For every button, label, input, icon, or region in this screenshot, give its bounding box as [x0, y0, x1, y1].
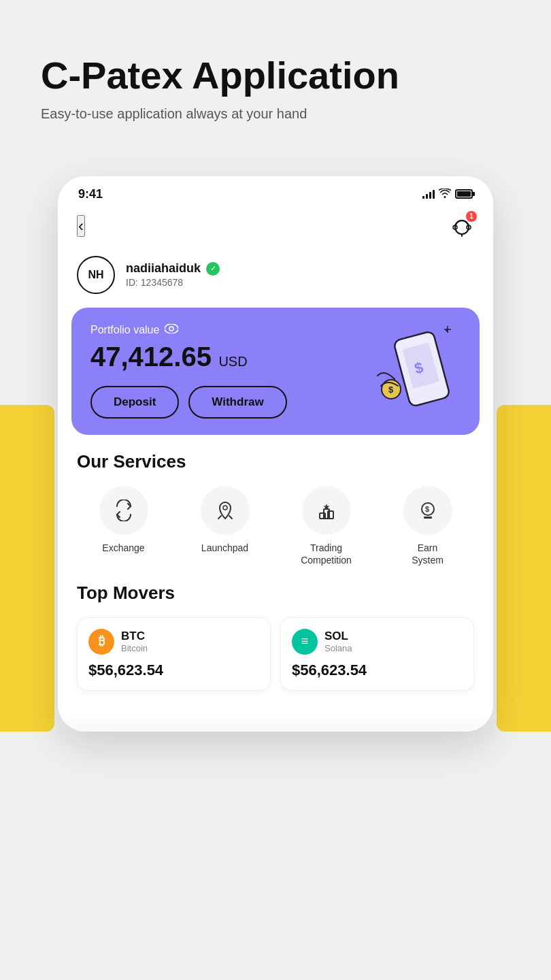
page-header: C-Patex Application Easy-to-use applicat…: [0, 0, 551, 149]
btc-icon: ₿: [88, 629, 114, 655]
exchange-icon-bg: [99, 486, 148, 535]
deposit-button[interactable]: Deposit: [90, 386, 179, 419]
page-title: C-Patex Application: [41, 54, 510, 97]
page-subtitle: Easy-to-use application always at your h…: [41, 106, 510, 122]
btc-symbol: BTC: [121, 630, 148, 643]
service-trading-competition[interactable]: TradingCompetition: [280, 486, 373, 566]
signal-icon: [422, 189, 435, 199]
mover-btc[interactable]: ₿ BTC Bitcoin $56,623.54: [77, 617, 271, 691]
btc-header: ₿ BTC Bitcoin: [88, 629, 259, 655]
yellow-left-panel: [0, 405, 54, 732]
sol-info: SOL Solana: [324, 630, 352, 653]
portfolio-card: Portfolio value 47,412.65 USD Deposit Wi…: [71, 308, 480, 435]
username: nadiiahaiduk: [126, 261, 201, 276]
battery-icon: [455, 189, 473, 199]
earn-icon-bg: $: [403, 486, 452, 535]
btc-name: Bitcoin: [121, 643, 148, 653]
svg-text:$: $: [388, 385, 394, 395]
portfolio-illustration: $ $: [364, 314, 473, 423]
exchange-label: Exchange: [102, 542, 144, 554]
services-section: Our Services Exchange: [58, 451, 493, 583]
movers-section: Top Movers ₿ BTC Bitcoin $56,623.54 ≡: [58, 583, 493, 711]
svg-point-10: [223, 506, 227, 510]
wifi-icon: [439, 189, 451, 200]
svg-point-4: [169, 327, 173, 331]
verified-icon: ✓: [206, 262, 220, 276]
user-info: nadiiahaiduk ✓ ID: 12345678: [126, 261, 220, 288]
withdraw-button[interactable]: Withdraw: [188, 386, 286, 419]
svg-rect-17: [424, 517, 432, 519]
services-grid: Exchange Launchpad: [77, 486, 474, 566]
btc-price: $56,623.54: [88, 662, 259, 679]
portfolio-amount: 47,412.65: [90, 342, 212, 372]
avatar: NH: [77, 256, 115, 294]
notification-badge: 1: [466, 211, 477, 222]
phone-mockup: 9:41 ‹: [58, 176, 493, 732]
movers-title: Top Movers: [77, 583, 474, 604]
status-time: 9:41: [78, 187, 103, 201]
sol-icon: ≡: [292, 629, 318, 655]
sol-price: $56,623.54: [292, 662, 463, 679]
trading-competition-label: TradingCompetition: [301, 542, 352, 566]
status-icons: [422, 189, 473, 200]
user-section: NH nadiiahaiduk ✓ ID: 12345678: [58, 249, 493, 308]
username-row: nadiiahaiduk ✓: [126, 261, 220, 276]
service-launchpad[interactable]: Launchpad: [178, 486, 271, 566]
trading-icon-bg: [302, 486, 351, 535]
back-button[interactable]: ‹: [77, 215, 85, 237]
sol-symbol: SOL: [324, 630, 352, 643]
earn-system-label: EarnSystem: [412, 542, 444, 566]
launchpad-label: Launchpad: [201, 542, 248, 554]
btc-info: BTC Bitcoin: [121, 630, 148, 653]
movers-grid: ₿ BTC Bitcoin $56,623.54 ≡ SOL Solana: [77, 617, 474, 691]
phone-bottom: [58, 711, 493, 732]
support-button[interactable]: 1: [450, 214, 474, 238]
eye-icon[interactable]: [165, 324, 178, 336]
nav-bar: ‹ 1: [58, 208, 493, 249]
service-exchange[interactable]: Exchange: [77, 486, 170, 566]
sol-name: Solana: [324, 643, 352, 653]
user-id: ID: 12345678: [126, 277, 220, 288]
sol-header: ≡ SOL Solana: [292, 629, 463, 655]
launchpad-icon-bg: [201, 486, 250, 535]
mover-sol[interactable]: ≡ SOL Solana $56,623.54: [280, 617, 474, 691]
portfolio-currency: USD: [218, 354, 247, 369]
service-earn-system[interactable]: $ EarnSystem: [381, 486, 474, 566]
yellow-right-panel: [497, 405, 551, 732]
services-title: Our Services: [77, 451, 474, 472]
status-bar: 9:41: [58, 176, 493, 208]
svg-point-3: [165, 324, 178, 333]
svg-text:$: $: [425, 505, 429, 513]
